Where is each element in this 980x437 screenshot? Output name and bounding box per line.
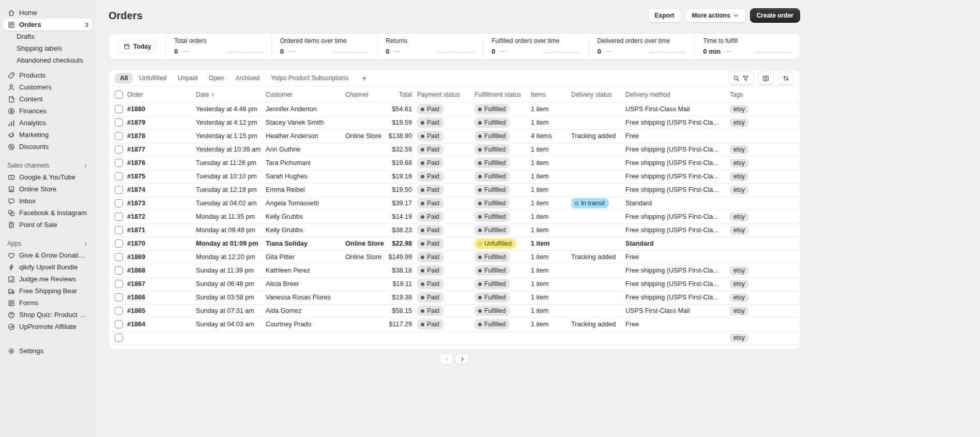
table-row[interactable]: #1876Tuesday at 11:26 pmTara Pichumani$1… bbox=[109, 156, 800, 170]
add-view-button[interactable] bbox=[358, 72, 370, 84]
row-checkbox[interactable] bbox=[115, 334, 123, 342]
edit-columns-button[interactable] bbox=[758, 71, 774, 85]
order-number[interactable]: #1867 bbox=[127, 277, 196, 291]
row-checkbox[interactable] bbox=[115, 280, 123, 288]
metric-time-to-fulfill[interactable]: Time to fulfill0 min— bbox=[694, 34, 800, 59]
sidebar-item-orders[interactable]: Orders3 bbox=[3, 19, 93, 31]
row-checkbox[interactable] bbox=[115, 172, 123, 180]
order-number[interactable] bbox=[127, 331, 196, 344]
tab-unpaid[interactable]: Unpaid bbox=[173, 73, 203, 84]
row-checkbox[interactable] bbox=[115, 239, 123, 248]
column-header-customer[interactable]: Customer bbox=[266, 87, 345, 102]
tab-unfulfilled[interactable]: Unfulfilled bbox=[134, 73, 172, 84]
tab-archived[interactable]: Archived bbox=[230, 73, 265, 84]
column-header-tags[interactable]: Tags bbox=[730, 87, 800, 102]
more-actions-button[interactable]: More actions bbox=[685, 8, 746, 23]
sidebar-subitem-shipping-labels[interactable]: Shipping labels bbox=[3, 42, 93, 54]
table-row[interactable]: #1875Tuesday at 10:10 pmSarah Hughes$19.… bbox=[109, 170, 800, 183]
row-checkbox[interactable] bbox=[115, 307, 123, 315]
sidebar-subitem-abandoned-checkouts[interactable]: Abandoned checkouts bbox=[3, 54, 93, 66]
sidebar-item-give-grow-donations[interactable]: Give & Grow Donations bbox=[3, 249, 93, 261]
row-checkbox[interactable] bbox=[115, 293, 123, 302]
sidebar-item-products[interactable]: Products bbox=[3, 69, 93, 81]
order-number[interactable]: #1868 bbox=[127, 264, 196, 277]
sidebar-section-sales-channels[interactable]: Sales channels bbox=[3, 160, 93, 171]
table-row[interactable]: #1866Sunday at 03:58 pmVanessa Rosas Flo… bbox=[109, 291, 800, 304]
tab-open[interactable]: Open bbox=[204, 73, 229, 84]
table-row[interactable]: #1872Monday at 11:35 pmKelly Grubbs$14.1… bbox=[109, 210, 800, 223]
metric-returns[interactable]: Returns0— bbox=[377, 34, 483, 59]
sidebar-item-content[interactable]: Content bbox=[3, 93, 93, 105]
select-all-checkbox[interactable] bbox=[115, 91, 123, 99]
column-header-delivery-status[interactable]: Delivery status bbox=[571, 87, 625, 102]
table-row[interactable]: #1871Monday at 09:49 pmKelly Grubbs$38.2… bbox=[109, 223, 800, 237]
metric-delivered-orders-over-time[interactable]: Delivered orders over time0— bbox=[589, 34, 695, 59]
sidebar-item-marketing[interactable]: Marketing bbox=[3, 129, 93, 141]
sidebar-item-home[interactable]: Home bbox=[3, 7, 93, 19]
order-number[interactable]: #1878 bbox=[127, 129, 196, 143]
order-number[interactable]: #1880 bbox=[127, 102, 196, 116]
table-row[interactable]: #1878Yesterday at 1:15 pmHeather Anderso… bbox=[109, 129, 800, 143]
column-header-items[interactable]: Items bbox=[531, 87, 571, 102]
table-row[interactable]: #1873Tuesday at 04:02 amAngela Tomassett… bbox=[109, 197, 800, 210]
sidebar-item-discounts[interactable]: Discounts bbox=[3, 141, 93, 153]
order-number[interactable]: #1870 bbox=[127, 237, 196, 250]
row-checkbox[interactable] bbox=[115, 186, 123, 194]
export-button[interactable]: Export bbox=[648, 8, 681, 23]
row-checkbox[interactable] bbox=[115, 213, 123, 221]
table-row[interactable]: #1874Tuesday at 12:19 pmEmma Reibel$19.5… bbox=[109, 183, 800, 197]
order-number[interactable]: #1865 bbox=[127, 304, 196, 318]
table-row[interactable]: #1868Sunday at 11:39 pmKathleen Perez$38… bbox=[109, 264, 800, 277]
sidebar-item-qikify-upsell-bundle[interactable]: qikify Upsell Bundle bbox=[3, 261, 93, 273]
next-page-button[interactable] bbox=[455, 353, 469, 365]
table-row[interactable]: #1880Yesterday at 4:46 pmJennifer Andert… bbox=[109, 102, 800, 116]
table-row[interactable]: #1867Sunday at 06:46 pmAlicia Breer$19.1… bbox=[109, 277, 800, 291]
sidebar-item-finances[interactable]: Finances bbox=[3, 105, 93, 117]
table-row[interactable]: #1870Monday at 01:09 pmTiana SolidayOnli… bbox=[109, 237, 800, 250]
row-checkbox[interactable] bbox=[115, 266, 123, 275]
row-checkbox[interactable] bbox=[115, 145, 123, 154]
sidebar-item-forms[interactable]: Forms bbox=[3, 297, 93, 309]
tab-yotpo-product-subscriptions[interactable]: Yotpo Product Subscriptions bbox=[266, 73, 354, 84]
table-row[interactable]: #1865Sunday at 07:31 amAida Gomez$58.15P… bbox=[109, 304, 800, 318]
order-number[interactable]: #1876 bbox=[127, 156, 196, 170]
sidebar-item-point-of-sale[interactable]: Point of Sale bbox=[3, 219, 93, 231]
sidebar-item-inbox[interactable]: Inbox bbox=[3, 195, 93, 207]
metric-ordered-items-over-time[interactable]: Ordered items over time0— bbox=[271, 34, 377, 59]
order-number[interactable]: #1871 bbox=[127, 223, 196, 237]
order-number[interactable]: #1875 bbox=[127, 170, 196, 183]
order-number[interactable]: #1869 bbox=[127, 250, 196, 264]
sidebar-item-uppromote-affiliate[interactable]: UpPromote Affiliate bbox=[3, 321, 93, 333]
order-number[interactable]: #1864 bbox=[127, 318, 196, 331]
sidebar-section-apps[interactable]: Apps bbox=[3, 238, 93, 249]
order-number[interactable]: #1872 bbox=[127, 210, 196, 223]
create-order-button[interactable]: Create order bbox=[750, 8, 800, 23]
column-header-order[interactable]: Order bbox=[127, 87, 196, 102]
column-header-channel[interactable]: Channel bbox=[345, 87, 388, 102]
previous-page-button[interactable] bbox=[440, 353, 453, 365]
sort-button[interactable] bbox=[778, 71, 794, 85]
order-number[interactable]: #1874 bbox=[127, 183, 196, 197]
row-checkbox[interactable] bbox=[115, 226, 123, 234]
date-range-selector[interactable]: Today bbox=[118, 40, 156, 53]
row-checkbox[interactable] bbox=[115, 253, 123, 261]
column-header-date[interactable]: Date bbox=[196, 87, 266, 102]
search-and-filter-button[interactable] bbox=[728, 71, 754, 85]
column-header-delivery-method[interactable]: Delivery method bbox=[625, 87, 730, 102]
sidebar-item-customers[interactable]: Customers bbox=[3, 81, 93, 93]
order-number[interactable]: #1877 bbox=[127, 143, 196, 156]
order-number[interactable]: #1879 bbox=[127, 116, 196, 129]
sidebar-item-shop-quiz-product-reco[interactable]: Shop Quiz: Product Reco... bbox=[3, 309, 93, 321]
table-row[interactable]: #1879Yesterday at 4:12 pmStacey Vanek Sm… bbox=[109, 116, 800, 129]
order-number[interactable]: #1866 bbox=[127, 291, 196, 304]
column-header-fulfillment-status[interactable]: Fulfillment status bbox=[474, 87, 531, 102]
tab-all[interactable]: All bbox=[115, 73, 133, 84]
table-row[interactable]: #1877Yesterday at 10:39 amAnn Guthrie$32… bbox=[109, 143, 800, 156]
column-header-total[interactable]: Total bbox=[388, 87, 417, 102]
row-checkbox[interactable] bbox=[115, 118, 123, 127]
table-row[interactable]: #1869Monday at 12:20 pmGita PitterOnline… bbox=[109, 250, 800, 264]
metric-total-orders[interactable]: Total orders0— bbox=[165, 34, 271, 59]
row-checkbox[interactable] bbox=[115, 105, 123, 113]
column-header-payment-status[interactable]: Payment status bbox=[417, 87, 474, 102]
table-row[interactable]: #1864Sunday at 04:03 amCourtney Prado$11… bbox=[109, 318, 800, 331]
